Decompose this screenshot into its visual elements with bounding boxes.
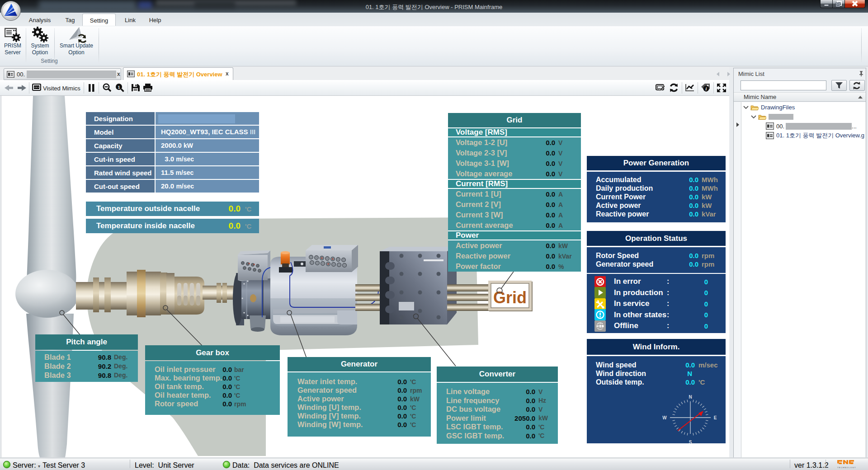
svg-text:TECHNOLOGY: TECHNOLOGY <box>837 466 856 469</box>
svg-text:1: 1 <box>118 85 120 89</box>
svg-text:E: E <box>714 415 717 420</box>
svg-text:W: W <box>662 415 667 420</box>
svg-text:N: N <box>689 395 692 400</box>
svg-text:Grid: Grid <box>493 288 527 307</box>
svg-text:i: i <box>706 86 707 91</box>
svg-text:S: S <box>689 440 692 445</box>
